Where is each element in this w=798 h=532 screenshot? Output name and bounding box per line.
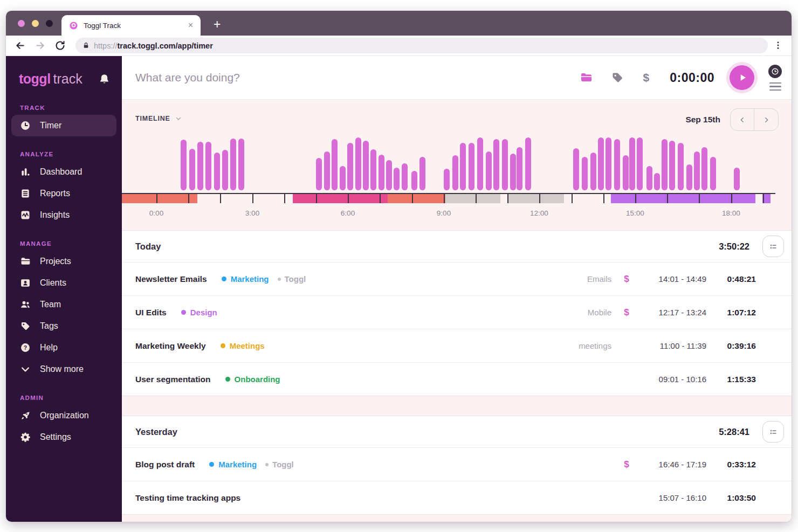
billable-icon: $ bbox=[611, 459, 642, 470]
timeline-activity-bar bbox=[452, 155, 458, 190]
group-list-view-button[interactable] bbox=[762, 236, 784, 257]
entry-duration: 0:48:21 bbox=[706, 274, 756, 284]
sidebar-item-timer[interactable]: Timer bbox=[11, 115, 116, 136]
forward-icon[interactable] bbox=[35, 40, 46, 51]
timeline-segment bbox=[293, 194, 388, 203]
refresh-icon[interactable] bbox=[54, 40, 66, 51]
timeline-activity-bar bbox=[477, 137, 483, 190]
timeline-selector[interactable]: TIMELINE bbox=[135, 115, 182, 122]
window-control-close[interactable] bbox=[18, 20, 25, 27]
sidebar-item-tags[interactable]: Tags bbox=[6, 315, 122, 337]
sidebar-item-label: Timer bbox=[40, 121, 61, 130]
next-day-button[interactable] bbox=[754, 109, 778, 130]
bar-chart-icon bbox=[20, 167, 31, 177]
sidebar-item-show-more[interactable]: Show more bbox=[6, 358, 122, 380]
entry-details: meetings11:00 - 11:390:39:16 bbox=[525, 341, 756, 351]
entry-group-today: Today3:50:22Newsletter EmailsMarketingTo… bbox=[122, 230, 792, 396]
project-name: Marketing bbox=[231, 274, 269, 284]
browser-menu-icon[interactable] bbox=[773, 40, 783, 51]
time-entry-row[interactable]: Newsletter EmailsMarketingTogglEmails$14… bbox=[122, 262, 792, 295]
entry-description: Testing time tracking apps bbox=[135, 493, 240, 503]
sidebar-item-help[interactable]: ?Help bbox=[6, 337, 122, 358]
entry-client: Toggl bbox=[265, 460, 294, 469]
new-tab-button[interactable]: + bbox=[214, 18, 221, 31]
start-timer-button[interactable] bbox=[730, 65, 754, 90]
sidebar-item-label: Clients bbox=[40, 278, 66, 288]
axis-label: 12:00 bbox=[522, 209, 556, 217]
timeline-segment bbox=[122, 194, 197, 203]
browser-window: Toggl Track × + https://track.toggl.com/… bbox=[6, 11, 792, 522]
back-icon[interactable] bbox=[15, 40, 26, 51]
question-icon: ? bbox=[20, 342, 31, 353]
sidebar-item-projects[interactable]: Projects bbox=[6, 251, 122, 272]
entry-project: Onboarding bbox=[225, 375, 280, 384]
timeline-activity-bar bbox=[411, 171, 417, 190]
sidebar-item-settings[interactable]: Settings bbox=[6, 426, 122, 448]
time-entry-row[interactable]: UI EditsDesignMobile$12:17 - 13:241:07:1… bbox=[122, 295, 792, 329]
timeline-activity-bar bbox=[460, 143, 466, 190]
sidebar-item-label: Tags bbox=[40, 321, 58, 331]
timeline-activity-bar bbox=[379, 155, 384, 190]
tab-close-icon[interactable]: × bbox=[188, 20, 193, 30]
timeline-activity-bar bbox=[370, 149, 376, 190]
timeline-activity-bar bbox=[332, 139, 338, 190]
hour-tick bbox=[252, 193, 253, 203]
axis-label: 15:00 bbox=[618, 209, 652, 217]
sidebar-item-dashboard[interactable]: Dashboard bbox=[6, 161, 122, 183]
people-icon bbox=[20, 299, 31, 310]
window-controls bbox=[18, 20, 53, 27]
entry-time-range: 12:17 - 13:24 bbox=[642, 308, 706, 317]
entry-group-yesterday: Yesterday5:28:41Blog post draftMarketing… bbox=[122, 416, 792, 515]
client-dot bbox=[265, 463, 269, 466]
window-control-minimize[interactable] bbox=[32, 20, 39, 27]
axis-label: 0:00 bbox=[139, 209, 174, 217]
document-icon bbox=[20, 188, 31, 199]
timeline-activity-bar bbox=[590, 153, 596, 190]
hour-tick bbox=[316, 193, 317, 203]
browser-tab[interactable]: Toggl Track × bbox=[61, 15, 201, 36]
svg-text:?: ? bbox=[24, 345, 27, 351]
sidebar-item-insights[interactable]: Insights bbox=[6, 204, 122, 226]
timeline-segment bbox=[611, 194, 755, 203]
nav-section-track: TRACK bbox=[20, 105, 122, 111]
window-control-maximize[interactable] bbox=[46, 20, 53, 27]
main-content: $ 0:00:00 TIMELINE bbox=[122, 56, 792, 522]
entry-project: Marketing bbox=[222, 274, 269, 284]
billable-toggle-icon[interactable]: $ bbox=[643, 71, 650, 84]
entry-description: Blog post draft bbox=[135, 460, 195, 469]
project-picker-folder-icon[interactable] bbox=[580, 71, 593, 84]
project-dot bbox=[222, 277, 226, 281]
prev-day-button[interactable] bbox=[731, 109, 754, 130]
timeline-activity-bar bbox=[598, 137, 604, 190]
sidebar-item-reports[interactable]: Reports bbox=[6, 183, 122, 204]
sidebar-item-team[interactable]: Team bbox=[6, 294, 122, 315]
timeline-date-controls: Sep 15th bbox=[685, 108, 779, 131]
timer-mode-icon[interactable] bbox=[768, 65, 782, 78]
group-list-view-button[interactable] bbox=[762, 421, 784, 443]
hour-tick bbox=[284, 193, 285, 203]
timeline-activity-bar bbox=[686, 164, 692, 190]
sidebar-item-organization[interactable]: Organization bbox=[6, 405, 122, 426]
timeline-activity-bar bbox=[606, 137, 611, 190]
project-dot bbox=[181, 310, 186, 315]
entry-client: Toggl bbox=[278, 274, 306, 284]
bell-icon[interactable] bbox=[99, 73, 110, 85]
tag-picker-icon[interactable] bbox=[611, 71, 624, 84]
time-entry-row[interactable]: Blog post draftMarketingToggl$16:46 - 17… bbox=[122, 447, 792, 481]
timeline-activity-bar bbox=[230, 139, 236, 190]
toggl-logo[interactable]: toggltrack bbox=[19, 71, 82, 87]
timer-mode-controls bbox=[768, 65, 782, 91]
sidebar-item-label: Show more bbox=[40, 364, 84, 374]
project-name: Onboarding bbox=[235, 375, 280, 384]
address-bar[interactable]: https://track.toggl.com/app/timer bbox=[75, 38, 768, 53]
project-name: Meetings bbox=[230, 341, 265, 350]
time-entry-row[interactable]: Marketing WeeklyMeetingsmeetings11:00 - … bbox=[122, 329, 792, 362]
manual-mode-icon[interactable] bbox=[769, 82, 781, 91]
timeline-activity-bar bbox=[614, 139, 620, 190]
timeline-activity-bar bbox=[517, 147, 522, 190]
hour-tick bbox=[635, 193, 636, 203]
time-entry-row[interactable]: Testing time tracking apps15:07 - 16:101… bbox=[122, 481, 792, 514]
task-description-input[interactable] bbox=[135, 71, 561, 84]
sidebar-item-clients[interactable]: Clients bbox=[6, 272, 122, 294]
time-entry-row[interactable]: User segmentationOnboarding09:01 - 10:16… bbox=[122, 362, 792, 396]
